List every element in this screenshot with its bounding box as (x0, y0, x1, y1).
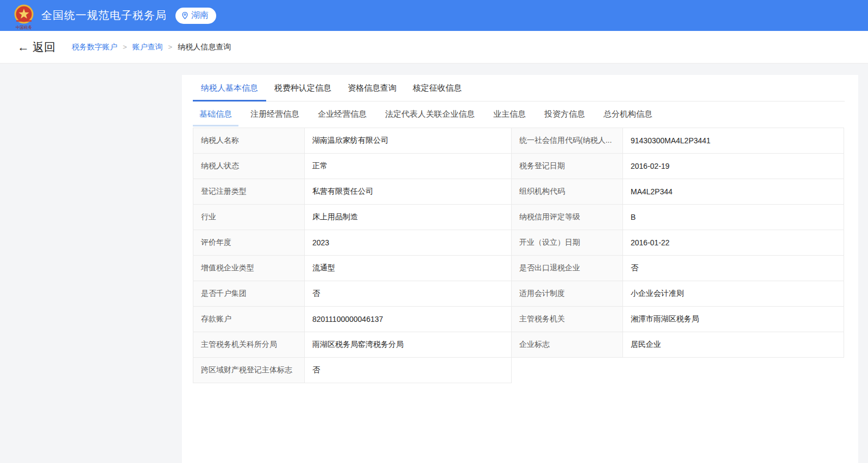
top-header-bar: 中国税务 全国统一规范电子税务局 湖南 (0, 0, 868, 31)
main-tab-1[interactable]: 纳税人基本信息 (193, 75, 266, 102)
table-row: 纳税人名称湖南温欣家纺有限公司统一社会信用代码(纳税人...91430300MA… (193, 128, 844, 154)
field-label: 纳税人状态 (193, 154, 305, 179)
table-row: 纳税人状态正常税务登记日期2016-02-19 (193, 154, 844, 179)
breadcrumb-separator: > (168, 43, 173, 51)
field-label: 适用会计制度 (512, 281, 623, 307)
sub-tab-4[interactable]: 法定代表人关联企业信息 (379, 102, 481, 126)
sub-tabs: 基础信息注册经营信息企业经营信息法定代表人关联企业信息业主信息投资方信息总分机构… (193, 102, 858, 126)
logo-caption: 中国税务 (16, 25, 33, 30)
field-label: 税务登记日期 (512, 154, 623, 179)
field-label: 跨区域财产税登记主体标志 (193, 358, 305, 383)
table-row: 是否千户集团否适用会计制度小企业会计准则 (193, 281, 844, 307)
content-card: 纳税人基本信息税费种认定信息资格信息查询核定征收信息 基础信息注册经营信息企业经… (182, 75, 858, 463)
table-row: 主管税务机关科所分局雨湖区税务局窑湾税务分局企业标志居民企业 (193, 332, 844, 358)
field-label: 统一社会信用代码(纳税人... (512, 128, 623, 154)
location-label: 湖南 (191, 10, 209, 21)
field-value: 否 (305, 281, 512, 307)
field-value: 2016-02-19 (623, 154, 844, 179)
main-tab-3[interactable]: 资格信息查询 (339, 75, 405, 102)
field-label: 行业 (193, 205, 305, 230)
field-value: 2023 (305, 230, 512, 256)
page-title: 全国统一规范电子税务局 (41, 8, 167, 23)
field-label: 主管税务机关科所分局 (193, 332, 305, 358)
field-value: 流通型 (305, 256, 512, 281)
field-value: 雨湖区税务局窑湾税务分局 (305, 332, 512, 358)
breadcrumb: 税务数字账户 > 账户查询 > 纳税人信息查询 (72, 42, 231, 52)
table-row: 存款账户82011100000046137主管税务机关湘潭市雨湖区税务局 (193, 307, 844, 332)
field-label: 是否千户集团 (193, 281, 305, 307)
table-row: 评价年度2023开业（设立）日期2016-01-22 (193, 230, 844, 256)
main-tab-2[interactable]: 税费种认定信息 (266, 75, 339, 102)
field-label: 开业（设立）日期 (512, 230, 623, 256)
field-label: 存款账户 (193, 307, 305, 332)
breadcrumb-separator: > (123, 43, 127, 51)
field-label: 登记注册类型 (193, 179, 305, 205)
field-label: 企业标志 (512, 332, 623, 358)
tax-bureau-logo: 中国税务 (13, 4, 35, 30)
field-value: 82011100000046137 (305, 307, 512, 332)
back-arrow-icon: ← (17, 41, 29, 53)
info-table: 纳税人名称湖南温欣家纺有限公司统一社会信用代码(纳税人...91430300MA… (193, 128, 844, 383)
field-label: 评价年度 (193, 230, 305, 256)
field-label: 是否出口退税企业 (512, 256, 623, 281)
field-label: 组织机构代码 (512, 179, 623, 205)
table-row: 登记注册类型私营有限责任公司组织机构代码MA4L2P344 (193, 179, 844, 205)
sub-tab-2[interactable]: 注册经营信息 (244, 102, 306, 126)
field-value: 湘潭市雨湖区税务局 (623, 307, 844, 332)
field-value: MA4L2P344 (623, 179, 844, 205)
field-value: 私营有限责任公司 (305, 179, 512, 205)
sub-tab-7[interactable]: 总分机构信息 (597, 102, 659, 126)
main-tabs: 纳税人基本信息税费种认定信息资格信息查询核定征收信息 (193, 75, 845, 102)
field-value: 91430300MA4L2P3441 (623, 128, 844, 154)
breadcrumb-bar: ← 返回 税务数字账户 > 账户查询 > 纳税人信息查询 (0, 31, 868, 64)
field-label: 纳税信用评定等级 (512, 205, 623, 230)
field-value: B (623, 205, 844, 230)
field-value: 小企业会计准则 (623, 281, 844, 307)
table-row: 增值税企业类型流通型是否出口退税企业否 (193, 256, 844, 281)
field-value: 否 (305, 358, 512, 383)
breadcrumb-current: 纳税人信息查询 (178, 42, 231, 52)
field-label: 增值税企业类型 (193, 256, 305, 281)
table-row: 跨区域财产税登记主体标志否 (193, 358, 844, 383)
sub-tab-1[interactable]: 基础信息 (193, 102, 238, 126)
location-pin-icon (181, 11, 189, 20)
table-empty-cell (512, 358, 623, 383)
field-value: 正常 (305, 154, 512, 179)
field-label: 主管税务机关 (512, 307, 623, 332)
back-button[interactable]: ← 返回 (17, 40, 55, 55)
table-row: 行业床上用品制造纳税信用评定等级B (193, 205, 844, 230)
sub-tab-3[interactable]: 企业经营信息 (311, 102, 373, 126)
field-label: 纳税人名称 (193, 128, 305, 154)
sub-tab-6[interactable]: 投资方信息 (538, 102, 592, 126)
back-label: 返回 (33, 40, 55, 55)
field-value: 2016-01-22 (623, 230, 844, 256)
main-tab-4[interactable]: 核定征收信息 (405, 75, 470, 102)
field-value: 湖南温欣家纺有限公司 (305, 128, 512, 154)
field-value: 否 (623, 256, 844, 281)
breadcrumb-link-account-query[interactable]: 账户查询 (133, 42, 163, 52)
field-value: 床上用品制造 (305, 205, 512, 230)
field-value: 居民企业 (623, 332, 844, 358)
breadcrumb-link-digital-account[interactable]: 税务数字账户 (72, 42, 117, 52)
sub-tab-5[interactable]: 业主信息 (487, 102, 532, 126)
location-badge[interactable]: 湖南 (175, 8, 216, 24)
